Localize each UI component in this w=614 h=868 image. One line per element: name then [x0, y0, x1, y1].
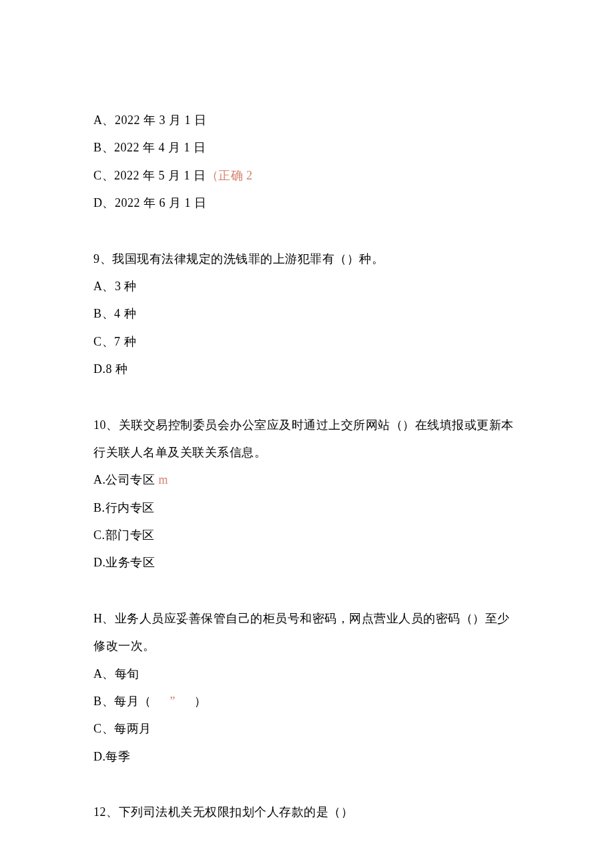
q11-option-a: A、每旬 [93, 661, 521, 688]
q12-prompt: 12、下列司法机关无权限扣划个人存款的是（） [93, 799, 521, 826]
q10-prompt: 10、关联交易控制委员会办公室应及时通过上交所网站（）在线填报或更新本行关联人名… [93, 412, 521, 467]
q8-option-b: B、2022 年 4 月 1 日 [93, 134, 521, 161]
q10-option-a: A.公司专区 m [93, 466, 521, 494]
q12-block: 12、下列司法机关无权限扣划个人存款的是（） [93, 799, 521, 826]
q9-option-b: B、4 种 [93, 300, 521, 328]
q11-option-b: B、每月（”） [93, 688, 521, 715]
q11-option-b-prefix: B、每月（ [93, 695, 151, 708]
q9-option-a: A、3 种 [93, 273, 521, 300]
q9-option-d: D.8 种 [93, 356, 521, 383]
q11-block: H、业务人员应妥善保管自己的柜员号和密码，网点营业人员的密码（）至少修改一次。 … [93, 605, 521, 771]
q8-option-a: A、2022 年 3 月 1 日 [93, 107, 521, 134]
q9-block: 9、我国现有法律规定的洗钱罪的上游犯罪有（）种。 A、3 种 B、4 种 C、7… [93, 246, 521, 384]
q11-option-b-suffix: ） [194, 695, 207, 708]
q11-option-b-note: ” [170, 695, 176, 708]
q11-option-d: D.每季 [93, 743, 521, 771]
q8-option-d: D、2022 年 6 月 1 日 [93, 189, 521, 217]
q11-prompt: H、业务人员应妥善保管自己的柜员号和密码，网点营业人员的密码（）至少修改一次。 [93, 605, 521, 661]
q8-option-c: C、2022 年 5 月 1 日（正确 2 [93, 162, 521, 189]
q11-option-c: C、每两月 [93, 715, 521, 743]
q10-option-b: B.行内专区 [93, 494, 521, 522]
document-page: A、2022 年 3 月 1 日 B、2022 年 4 月 1 日 C、2022… [0, 0, 614, 868]
q10-block: 10、关联交易控制委员会办公室应及时通过上交所网站（）在线填报或更新本行关联人名… [93, 412, 521, 577]
q10-option-c: C.部门专区 [93, 522, 521, 549]
q8-options-block: A、2022 年 3 月 1 日 B、2022 年 4 月 1 日 C、2022… [93, 107, 521, 218]
q9-option-c: C、7 种 [93, 328, 521, 356]
q8-option-c-note: （正确 2 [206, 169, 253, 182]
q9-prompt: 9、我国现有法律规定的洗钱罪的上游犯罪有（）种。 [93, 246, 521, 273]
q10-option-a-text: A.公司专区 [93, 473, 156, 486]
q10-option-d: D.业务专区 [93, 549, 521, 576]
q8-option-c-text: C、2022 年 5 月 1 日 [93, 169, 206, 182]
q10-option-a-note: m [156, 473, 169, 486]
